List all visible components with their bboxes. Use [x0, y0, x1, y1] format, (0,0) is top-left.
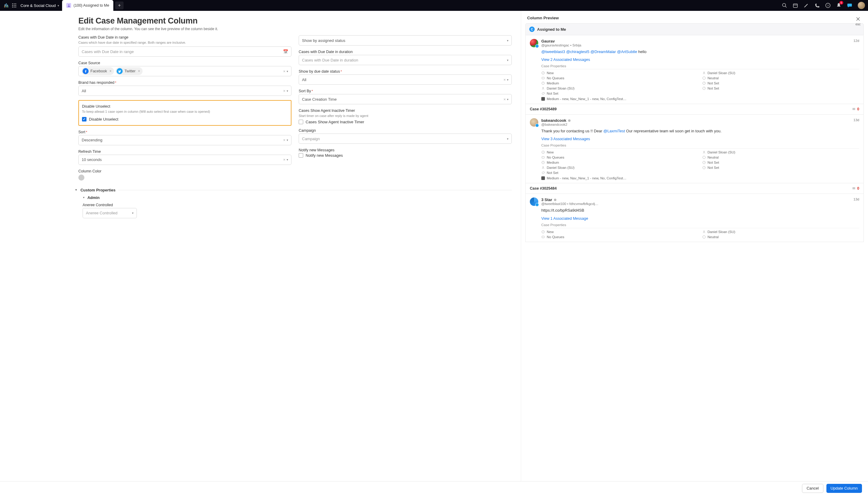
case-source-select[interactable]: Facebook× Twitter× ×▾ — [79, 66, 292, 76]
svg-point-4 — [14, 5, 15, 6]
field-due-date-range: Cases with Due Date in range Cases which… — [79, 35, 292, 57]
chevron-down-icon: ▾ — [287, 89, 288, 92]
notification-badge: 5 — [839, 1, 843, 4]
remove-chip-icon[interactable]: × — [138, 69, 140, 73]
clear-icon[interactable]: × — [283, 69, 285, 73]
case-row[interactable]: Case #3025484 0 — [525, 183, 864, 194]
search-icon[interactable] — [782, 3, 787, 8]
remove-chip-icon[interactable]: × — [109, 69, 111, 73]
refresh-label: Refresh Time — [79, 150, 292, 154]
tag-icon — [541, 176, 545, 180]
twitter-badge-icon — [535, 124, 539, 127]
notify-checkbox[interactable]: Notify new Messages — [299, 153, 512, 158]
chevron-down-icon: ▾ — [57, 4, 59, 7]
edit-icon[interactable] — [803, 3, 809, 8]
aneree-select[interactable]: Aneree Controlled ▾ — [83, 208, 137, 218]
due-duration-select[interactable]: Cases with Due Date in duration ▾ — [299, 55, 512, 65]
clear-icon[interactable]: × — [283, 138, 285, 142]
svg-point-18 — [542, 72, 544, 74]
help-icon[interactable]: ? — [825, 3, 831, 8]
svg-rect-41 — [853, 187, 855, 189]
tab-assigned-to-me[interactable]: (100) Assigned to Me — [62, 0, 113, 11]
notifications-icon[interactable]: 5 — [836, 3, 841, 8]
field-sort-by: Sort By* Case Creation Time ×▾ — [299, 89, 512, 104]
chevron-down-icon: ▾ — [507, 137, 508, 140]
sort-by-select[interactable]: Case Creation Time ×▾ — [299, 94, 512, 104]
svg-point-26 — [543, 87, 544, 88]
svg-point-43 — [704, 231, 704, 232]
admin-subsection[interactable]: ▼ Admin — [83, 195, 512, 200]
view-messages-link[interactable]: View 1 Associated Message — [541, 217, 859, 221]
triangle-down-icon: ▼ — [75, 188, 77, 191]
phone-icon[interactable] — [814, 3, 820, 8]
svg-point-7 — [14, 7, 15, 7]
clear-icon[interactable]: × — [283, 89, 285, 93]
status-dot-icon — [554, 199, 556, 201]
due-range-input[interactable]: Cases with Due Date in range 📅 — [79, 47, 292, 57]
close-button[interactable]: esc — [855, 16, 861, 26]
workspace-selector[interactable]: Core & Social Cloud ▾ — [20, 3, 59, 8]
svg-point-42 — [542, 230, 544, 233]
chip-facebook[interactable]: Facebook× — [82, 67, 114, 75]
chevron-down-icon: ▾ — [507, 98, 508, 101]
sort-select[interactable]: Descending ×▾ — [79, 135, 292, 145]
sprinklr-logo-icon — [3, 2, 9, 8]
due-range-label: Cases with Due Date in range — [79, 35, 292, 39]
svg-point-2 — [15, 3, 16, 4]
agent-timer-checkbox[interactable]: Cases Show Agent Inactive Timer — [299, 120, 512, 124]
topbar: Core & Social Cloud ▾ (100) Assigned to … — [0, 0, 868, 11]
clear-icon[interactable]: × — [283, 157, 285, 162]
field-case-source: Case Source Facebook× Twitter× ×▾ — [79, 61, 292, 76]
avatar — [530, 198, 538, 206]
field-notify: Notify new Messages Notify new Messages — [299, 148, 512, 158]
case-card[interactable]: Gaurav @gauravtestingac • Srbija 12d @tw… — [525, 35, 864, 104]
svg-line-40 — [704, 167, 705, 168]
form-pane: Edit Case Management Column Edit the inf… — [0, 11, 521, 481]
apps-grid-icon[interactable] — [12, 3, 17, 8]
svg-rect-44 — [542, 236, 544, 238]
due-range-help: Cases which have due date in specified r… — [79, 40, 292, 45]
disable-unselect-checkbox[interactable]: Disable Unselect — [82, 117, 288, 121]
new-tab-button[interactable]: + — [115, 1, 124, 9]
svg-rect-20 — [542, 77, 544, 79]
view-messages-link[interactable]: View 2 Associated Messages — [541, 57, 859, 62]
view-messages-link[interactable]: View 3 Associated Messages — [541, 137, 859, 141]
show-due-status-select[interactable]: All ×▾ — [299, 74, 512, 85]
preview-column-header: C Assigned to Me — [525, 23, 864, 35]
campaign-select[interactable]: Campaign ▾ — [299, 134, 512, 144]
refresh-select[interactable]: 10 seconds ×▾ — [79, 155, 292, 165]
disable-unselect-help: To keep atleast 1 case open in column (W… — [82, 109, 288, 114]
svg-point-30 — [542, 151, 544, 154]
color-swatch[interactable] — [79, 174, 84, 181]
case-card[interactable]: 3 Star @tweetblast100 • fdhcvmwfbfkgcdj…… — [525, 194, 864, 242]
preview-header: Column Preview — [521, 11, 868, 23]
twitter-badge-icon — [535, 203, 539, 206]
field-refresh-time: Refresh Time 10 seconds ×▾ — [79, 150, 292, 165]
chat-icon[interactable] — [847, 3, 852, 8]
svg-text:?: ? — [827, 4, 829, 7]
workspace-name: Core & Social Cloud — [20, 3, 56, 8]
user-avatar[interactable] — [858, 2, 865, 9]
brand-responded-select[interactable]: All ×▾ — [79, 86, 292, 96]
svg-point-6 — [12, 7, 13, 7]
svg-point-21 — [702, 77, 705, 80]
case-row[interactable]: Case #3025489 0 — [525, 104, 864, 115]
disable-unselect-box: Disable Unselect To keep atleast 1 case … — [79, 100, 292, 125]
facebook-icon — [83, 68, 89, 74]
avatar — [530, 118, 538, 126]
case-card[interactable]: bakeandcook @bakeandcook2 13d Thank you … — [525, 115, 864, 183]
column-color-label: Column Color — [79, 169, 292, 173]
chevron-down-icon: ▾ — [507, 58, 508, 62]
clear-icon[interactable]: × — [503, 97, 506, 102]
calendar-icon[interactable] — [793, 3, 798, 8]
chip-twitter[interactable]: Twitter× — [116, 67, 142, 75]
show-due-status-label: Show by due date status* — [299, 69, 512, 73]
show-assigned-select[interactable]: Show by assigned status ▾ — [299, 35, 512, 46]
clear-icon[interactable]: × — [503, 78, 506, 82]
aneree-label: Aneree Controlled — [83, 203, 137, 207]
svg-point-8 — [15, 7, 16, 7]
disable-unselect-label: Disable Unselect — [82, 104, 288, 108]
custom-properties-section[interactable]: ▼ Custom Properties — [75, 188, 512, 192]
preview-pane: esc Column Preview C Assigned to Me Gaur… — [521, 11, 868, 481]
triangle-down-icon: ▼ — [83, 196, 85, 199]
